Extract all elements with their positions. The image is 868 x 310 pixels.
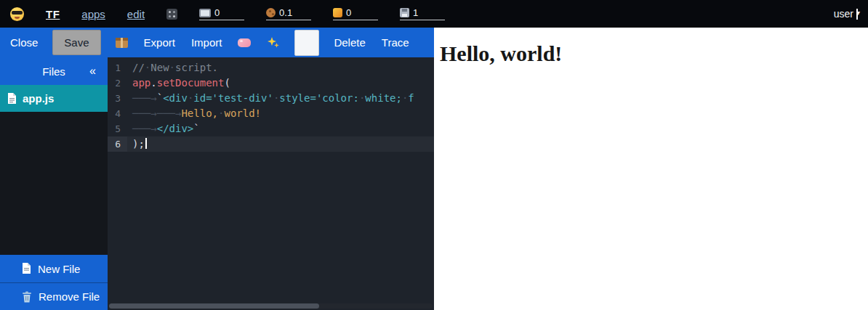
coin-stat-field[interactable]: 0 bbox=[333, 8, 378, 20]
new-file-button[interactable]: New File bbox=[0, 255, 108, 282]
code-line[interactable]: 5───→</div>` bbox=[108, 121, 434, 136]
output-pane: Hello, world! bbox=[434, 28, 868, 310]
app-pane: Close Save Export Import Delete bbox=[0, 28, 434, 310]
line-number: 5 bbox=[108, 121, 127, 136]
files-header: Files « bbox=[0, 57, 108, 85]
tf-link[interactable]: TF bbox=[46, 8, 60, 20]
file-page-icon bbox=[7, 93, 17, 105]
smiley-logo-icon[interactable] bbox=[10, 7, 24, 21]
floppy-stat-field[interactable]: 1 bbox=[400, 8, 445, 20]
code-line[interactable]: 6); bbox=[108, 136, 434, 152]
user-menu-label: user bbox=[834, 8, 853, 20]
code-text: ───→───→Hello,·world! bbox=[127, 106, 261, 121]
line-number: 1 bbox=[108, 60, 127, 76]
coin-icon bbox=[333, 8, 342, 17]
new-file-label: New File bbox=[38, 263, 80, 275]
editor-lines: 1//·New·script.2app.setDocument(3───→`<d… bbox=[108, 60, 434, 152]
chevron-down-icon: ▾ bbox=[856, 9, 858, 20]
code-line[interactable]: 4───→───→Hello,·world! bbox=[108, 106, 434, 121]
import-button[interactable]: Import bbox=[190, 32, 224, 53]
package-button[interactable] bbox=[114, 36, 129, 49]
cookie-stat-field[interactable]: 0.1 bbox=[266, 8, 311, 20]
floppy-stat-value: 1 bbox=[413, 8, 418, 17]
coin-stat-value: 0 bbox=[346, 8, 351, 17]
file-item-label: app.js bbox=[23, 92, 54, 105]
cookie-stat-value: 0.1 bbox=[279, 8, 292, 17]
code-text: ───→</div>` bbox=[127, 121, 200, 136]
horizontal-scrollbar[interactable] bbox=[109, 303, 433, 309]
soap-button[interactable] bbox=[236, 37, 252, 49]
code-line[interactable]: 1//·New·script. bbox=[108, 60, 434, 76]
code-line[interactable]: 3───→`<div·id='test-div'·style='color:·w… bbox=[108, 91, 434, 106]
cookie-icon bbox=[266, 8, 276, 17]
save-button[interactable]: Save bbox=[52, 30, 100, 55]
sparkles-icon bbox=[267, 36, 280, 49]
package-icon bbox=[116, 38, 128, 48]
sparkles-button[interactable] bbox=[265, 35, 281, 51]
output-heading: Hello, world! bbox=[440, 41, 868, 66]
trace-button[interactable]: Trace bbox=[380, 32, 411, 53]
app-screen: TF apps edit 0 0.1 0 1 user ▾ bbox=[0, 0, 868, 310]
code-text: ───→`<div·id='test-div'·style='color:·wh… bbox=[127, 91, 414, 106]
workspace: Files « app.js bbox=[0, 57, 434, 310]
apps-link[interactable]: apps bbox=[81, 8, 105, 20]
line-number: 3 bbox=[108, 91, 127, 106]
trash-icon bbox=[22, 291, 32, 303]
close-button[interactable]: Close bbox=[9, 32, 39, 53]
soap-icon bbox=[238, 38, 251, 47]
scrollbar-thumb[interactable] bbox=[109, 303, 319, 309]
blank-swatch-button[interactable] bbox=[294, 30, 319, 56]
code-text: //·New·script. bbox=[127, 60, 218, 76]
files-title: Files bbox=[42, 65, 65, 78]
files-sidebar: Files « app.js bbox=[0, 57, 108, 310]
file-item-app-js[interactable]: app.js bbox=[0, 85, 108, 112]
main-area: Close Save Export Import Delete bbox=[0, 28, 868, 310]
floppy-icon bbox=[400, 8, 409, 17]
monitor-stat-field[interactable]: 0 bbox=[199, 8, 244, 20]
edit-link[interactable]: edit bbox=[127, 8, 145, 20]
line-number: 4 bbox=[108, 106, 127, 121]
monitor-icon bbox=[199, 9, 211, 17]
code-line[interactable]: 2app.setDocument( bbox=[108, 76, 434, 91]
text-cursor bbox=[145, 138, 147, 149]
top-bar: TF apps edit 0 0.1 0 1 user ▾ bbox=[0, 0, 868, 28]
code-text: app.setDocument( bbox=[127, 76, 230, 91]
remove-file-label: Remove File bbox=[39, 290, 100, 303]
toolbar: Close Save Export Import Delete bbox=[0, 28, 434, 57]
collapse-sidebar-button[interactable]: « bbox=[85, 57, 100, 85]
sidebar-empty-area bbox=[0, 112, 108, 255]
line-number: 2 bbox=[108, 76, 127, 91]
line-number: 6 bbox=[108, 136, 127, 152]
new-file-icon bbox=[22, 263, 31, 274]
remove-file-button[interactable]: Remove File bbox=[0, 282, 108, 310]
monitor-stat-value: 0 bbox=[214, 8, 220, 17]
code-text: ); bbox=[127, 136, 147, 152]
dice-icon[interactable] bbox=[166, 9, 177, 20]
export-button[interactable]: Export bbox=[142, 32, 177, 53]
delete-button[interactable]: Delete bbox=[332, 32, 366, 53]
user-menu[interactable]: user ▾ bbox=[834, 8, 858, 20]
code-editor[interactable]: 1//·New·script.2app.setDocument(3───→`<d… bbox=[108, 57, 434, 310]
